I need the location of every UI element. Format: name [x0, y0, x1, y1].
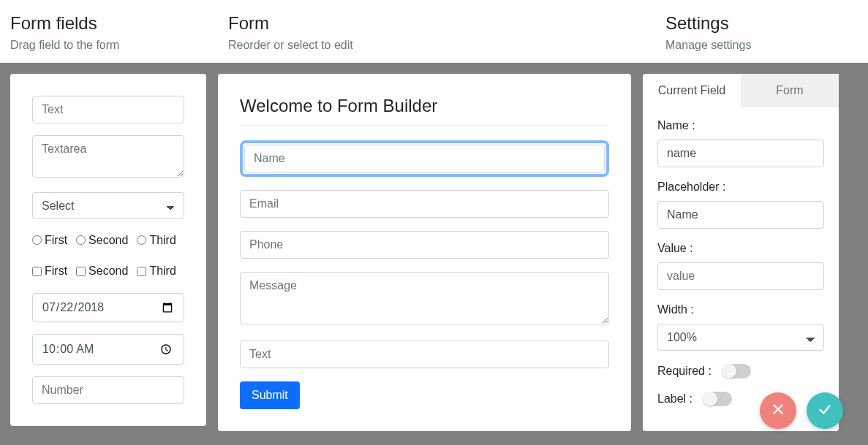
radio-input[interactable]: [76, 235, 86, 245]
setting-label-toggle[interactable]: [703, 392, 732, 406]
palette-select-field[interactable]: Select: [32, 192, 184, 219]
checkbox-label: First: [45, 262, 67, 281]
header-title: Settings: [665, 13, 858, 34]
main: Select First Second Third First Second T…: [0, 63, 868, 442]
header-subtitle: Drag field to the form: [10, 39, 228, 52]
settings-panel: Current Field Form Name : Placeholder : …: [643, 74, 839, 431]
form-email-field[interactable]: [240, 190, 609, 218]
submit-button[interactable]: Submit: [240, 381, 300, 409]
setting-required-label: Required :: [657, 365, 712, 378]
header: Form fields Drag field to the form Form …: [0, 0, 868, 63]
setting-name-label: Name :: [657, 119, 824, 132]
palette-text-field[interactable]: [32, 96, 184, 123]
setting-width-select[interactable]: 100%: [657, 324, 824, 351]
header-col-fields: Form fields Drag field to the form: [10, 13, 228, 52]
radio-label: Third: [149, 231, 176, 250]
check-icon: [817, 401, 833, 420]
settings-tabs: Current Field Form: [643, 74, 839, 107]
form-name-field[interactable]: [244, 145, 605, 172]
header-col-form: Form Reorder or select to edit: [228, 13, 665, 52]
checkbox-input[interactable]: [76, 267, 86, 276]
accept-button[interactable]: [807, 392, 843, 429]
palette-checkbox-option[interactable]: Third: [137, 262, 176, 281]
setting-placeholder-label: Placeholder :: [657, 180, 824, 194]
palette-date-field[interactable]: [32, 293, 184, 322]
palette-radio-option[interactable]: First: [32, 231, 67, 250]
palette-radio-option[interactable]: Third: [137, 231, 176, 250]
radio-label: Second: [88, 231, 128, 250]
radio-input[interactable]: [32, 235, 42, 245]
palette-textarea-field[interactable]: [32, 135, 184, 178]
divider: [240, 125, 609, 126]
palette-radio-option[interactable]: Second: [76, 231, 128, 250]
cancel-button[interactable]: [760, 392, 796, 429]
header-subtitle: Reorder or select to edit: [228, 39, 665, 52]
checkbox-label: Third: [149, 262, 176, 281]
palette-checkbox-option[interactable]: Second: [76, 262, 128, 281]
setting-label-label: Label :: [657, 392, 692, 406]
form-text-field[interactable]: [240, 341, 609, 368]
checkbox-input[interactable]: [32, 267, 42, 276]
radio-label: First: [45, 231, 67, 250]
checkbox-input[interactable]: [137, 267, 146, 276]
tab-form[interactable]: Form: [741, 74, 839, 107]
setting-value-label: Value :: [657, 242, 824, 255]
setting-value-input[interactable]: [657, 262, 824, 290]
form-field-selected[interactable]: [240, 140, 609, 177]
form-title: Welcome to Form Builder: [240, 96, 609, 116]
header-title: Form: [228, 13, 665, 34]
radio-input[interactable]: [137, 235, 146, 245]
setting-required-toggle[interactable]: [722, 364, 751, 379]
form-canvas: Welcome to Form Builder Submit: [218, 74, 631, 431]
palette-radio-group: First Second Third: [32, 231, 184, 250]
palette-checkbox-group: First Second Third: [32, 262, 184, 281]
form-message-field[interactable]: [240, 272, 609, 324]
palette-checkbox-option[interactable]: First: [32, 262, 67, 281]
fields-panel: Select First Second Third First Second T…: [10, 74, 206, 427]
header-subtitle: Manage settings: [665, 39, 858, 52]
checkbox-label: Second: [88, 262, 128, 281]
header-col-settings: Settings Manage settings: [665, 13, 858, 52]
tab-current-field[interactable]: Current Field: [643, 74, 741, 107]
palette-number-field[interactable]: [32, 376, 184, 404]
form-phone-field[interactable]: [240, 231, 609, 259]
palette-time-field[interactable]: [32, 334, 184, 365]
close-icon: [770, 401, 786, 420]
header-title: Form fields: [10, 13, 228, 34]
setting-placeholder-input[interactable]: [657, 201, 824, 229]
setting-name-input[interactable]: [657, 140, 824, 167]
setting-width-label: Width :: [657, 303, 824, 316]
